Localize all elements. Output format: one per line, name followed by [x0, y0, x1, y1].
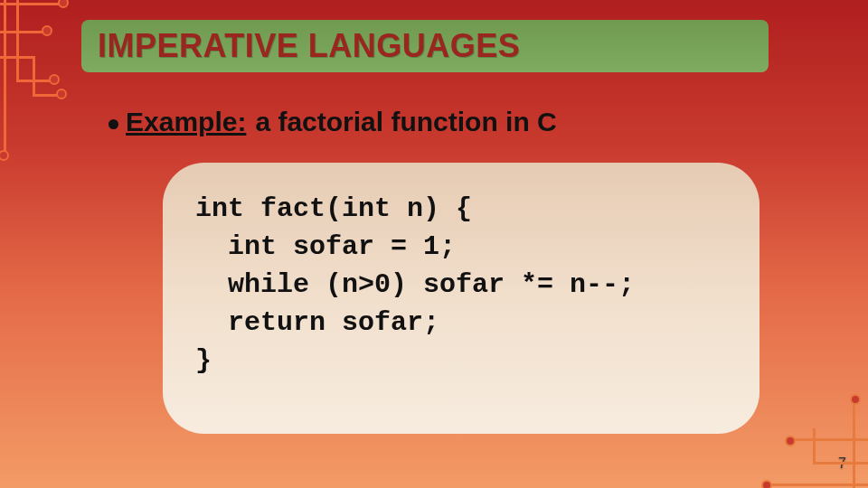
- bullet-dot-icon: [108, 119, 118, 129]
- slide: IMPERATIVE LANGUAGES Example: a factoria…: [0, 0, 868, 488]
- code-line: int fact(int n) {: [195, 193, 472, 224]
- code-line: while (n>0) sofar *= n--;: [195, 269, 635, 300]
- bullet-text: a factorial function in C: [255, 107, 556, 137]
- bullet-label: Example:: [126, 107, 246, 137]
- code-line: return sofar;: [195, 307, 439, 338]
- title-bar: IMPERATIVE LANGUAGES: [81, 20, 769, 72]
- slide-title: IMPERATIVE LANGUAGES: [98, 27, 520, 65]
- code-box: int fact(int n) { int sofar = 1; while (…: [163, 163, 760, 434]
- bullet-line: Example: a factorial function in C: [108, 107, 557, 137]
- code-line: int sofar = 1;: [195, 231, 456, 262]
- code-line: }: [195, 345, 212, 376]
- code-content: int fact(int n) { int sofar = 1; while (…: [195, 190, 727, 380]
